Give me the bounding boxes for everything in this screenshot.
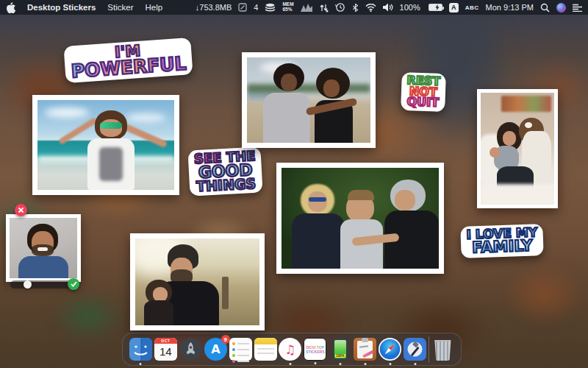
dock-trash-icon[interactable] [431, 338, 454, 361]
volume-icon[interactable] [383, 3, 393, 12]
dock-launchpad-icon[interactable] [179, 338, 202, 361]
svg-text:A: A [211, 342, 220, 356]
battery-percent[interactable]: 100% [400, 3, 420, 12]
stat-app-icon[interactable] [238, 3, 247, 12]
photo-sticker-man-portrait[interactable] [6, 214, 81, 282]
time-machine-icon[interactable] [335, 2, 345, 13]
man-portrait-image [10, 218, 77, 278]
apple-menu-icon[interactable] [6, 2, 15, 13]
text-sticker-rest-not-quit[interactable]: REST NOT QUIT [401, 72, 445, 112]
text-sticker-see-the-good-things[interactable]: SEE THE GOOD THINGS [187, 146, 263, 196]
bluetooth-icon[interactable] [352, 3, 359, 13]
sticker-cancel-button[interactable] [15, 204, 27, 216]
network-download-stat[interactable]: ↓753.8MB [196, 3, 232, 12]
dock: OCT 14 A 9 ♫ DESKTOP STICKERS [122, 333, 462, 366]
network-arrows-icon[interactable] [319, 3, 329, 13]
photo-sticker-women-beach[interactable] [242, 52, 376, 148]
menu-help[interactable]: Help [145, 3, 162, 12]
women-beach-image [247, 57, 370, 143]
menu-sticker[interactable]: Sticker [107, 3, 133, 12]
dock-separator [429, 336, 429, 363]
memory-percent-stat[interactable]: MEM 65% [282, 2, 293, 13]
family-three-image [282, 168, 439, 269]
menu-clock[interactable]: Mon 9:13 PM [486, 3, 534, 12]
cpu-graph-icon[interactable] [301, 3, 312, 12]
input-source-icon[interactable]: A [449, 3, 459, 13]
photo-sticker-father-daughter[interactable] [130, 233, 265, 330]
photo-sticker-family-three[interactable] [276, 163, 444, 274]
sticker-confirm-button[interactable] [68, 278, 79, 290]
father-daughter-image [135, 238, 259, 325]
text-sticker-i-love-my-family[interactable]: I LOVE MY FAMILY [460, 224, 544, 258]
wifi-icon[interactable] [365, 4, 376, 12]
dock-reminders-icon[interactable] [229, 338, 252, 361]
process-count[interactable]: 4 [254, 3, 258, 12]
menu-bar: Desktop Stickers Sticker Help ↓753.8MB 4… [0, 0, 588, 15]
photo-sticker-mother-kids[interactable] [477, 89, 558, 208]
dock-safari-icon[interactable] [379, 338, 401, 361]
mother-kids-image [481, 93, 554, 205]
app-store-badge: 9 [221, 335, 230, 344]
dock-desktop-stickers-icon[interactable]: DESKTOP STICKERS [304, 338, 326, 361]
input-source-label[interactable]: ABC [465, 4, 479, 11]
dock-finder-icon[interactable] [129, 338, 152, 361]
girl-beach-image [37, 100, 174, 190]
siri-icon[interactable] [556, 3, 566, 13]
desktop: Desktop Stickers Sticker Help ↓753.8MB 4… [0, 0, 588, 368]
notification-center-icon[interactable] [573, 4, 582, 12]
dock-battery-app-icon[interactable]: 100% [329, 338, 351, 361]
dock-xcode-icon[interactable] [404, 338, 426, 361]
dock-itunes-icon[interactable]: ♫ [279, 338, 301, 361]
dock-app-store-icon[interactable]: A 9 [204, 338, 227, 361]
menu-app-name[interactable]: Desktop Stickers [27, 3, 96, 12]
photo-sticker-girl-beach[interactable] [32, 95, 179, 195]
battery-icon[interactable] [429, 4, 442, 11]
sticker-size-slider-knob[interactable] [24, 280, 32, 289]
memory-stack-icon[interactable] [265, 3, 276, 12]
sticker-size-slider[interactable] [10, 280, 74, 289]
spotlight-search-icon[interactable] [540, 3, 550, 13]
dock-clipboard-app-icon[interactable] [354, 338, 376, 361]
dock-calendar-icon[interactable]: OCT 14 [154, 338, 177, 361]
dock-notes-icon[interactable] [254, 338, 277, 361]
